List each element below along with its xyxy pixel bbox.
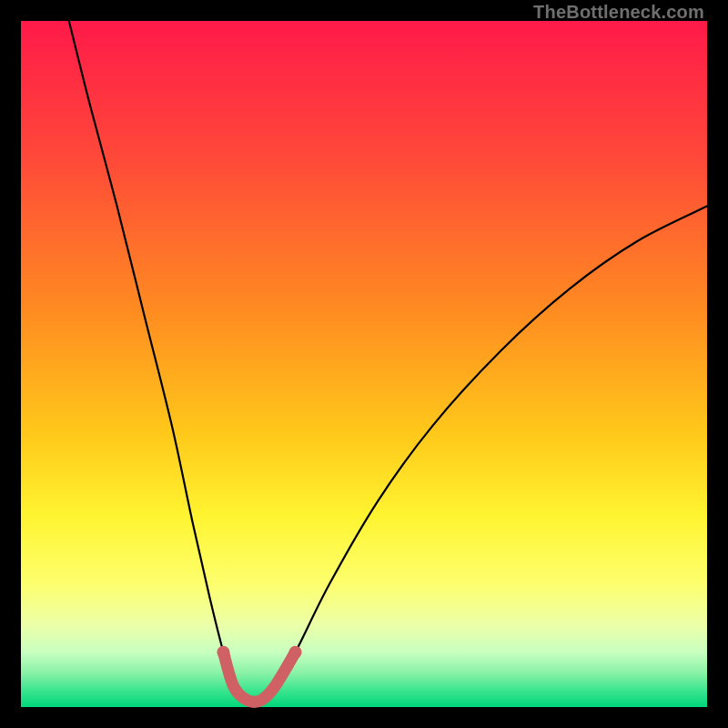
svg-point-2 — [289, 646, 302, 659]
curve-path — [69, 21, 707, 702]
highlight-segment — [223, 652, 295, 703]
svg-point-1 — [217, 646, 229, 659]
chart-frame — [21, 21, 707, 707]
watermark: TheBottleneck.com — [533, 2, 704, 23]
bottleneck-curve — [21, 21, 707, 707]
